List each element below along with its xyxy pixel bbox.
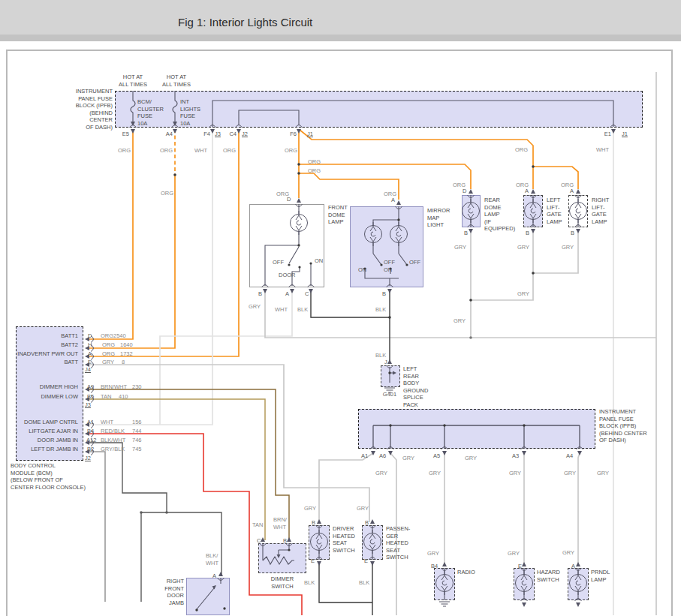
diagram-label: A1 [361, 452, 368, 460]
diagram-label: 745 [132, 446, 142, 453]
radio-box [434, 568, 455, 600]
diagram-label: HOT AT ALL TIMES [161, 74, 192, 88]
diagram-label: BATT [3, 359, 78, 366]
diagram-label: GRY [375, 470, 387, 477]
figure-title: Fig 1: Interior Lights Circuit [178, 16, 312, 29]
diagram-label: FRONT DOME LAMP [328, 204, 348, 226]
diagram-label: LEFT DR JAMB IN [3, 446, 78, 453]
diagram-label: J [384, 359, 387, 366]
diagram-label: DOME LAMP CNTRL [3, 419, 78, 426]
diagram-label: ON [315, 257, 323, 265]
diagram-label: E [518, 563, 522, 570]
diagram-label: 410 [119, 393, 128, 401]
dimmer-switch-box [258, 543, 306, 573]
diagram-label: B [571, 230, 574, 237]
diagram-label: J2 [85, 455, 91, 462]
diagram-label: E1 [598, 131, 611, 138]
diagram-label: WHT [101, 419, 113, 426]
diagram-label: GRY [465, 455, 477, 462]
diagram-label: A3 [512, 452, 519, 460]
left-liftgate-lamp-box [523, 195, 543, 227]
diagram-label: BLK [359, 579, 369, 587]
diagram-label: A [571, 563, 575, 570]
diagram-label: GRY [357, 505, 369, 512]
diagram-label: ORG [101, 332, 113, 340]
diagram-label: ORG [161, 190, 173, 197]
diagram-label: GRY [402, 455, 414, 462]
diagram-label: J2 [242, 131, 248, 138]
diagram-label: 156 [132, 419, 142, 426]
diagram-label: J3 [85, 401, 91, 409]
diagram-label: INADVERNT PWR OUT [3, 350, 78, 358]
diagram-label: C [257, 537, 261, 545]
diagram-label: BLK [304, 579, 315, 587]
diagram-label: ORG [223, 147, 236, 155]
diagram-label: D [88, 332, 92, 340]
diagram-label: ORG [160, 147, 173, 155]
diagram-label: WHT [275, 306, 288, 314]
diagram-label: A1 [87, 419, 94, 426]
diagram-label: E [364, 557, 368, 565]
diagram-label: A [88, 350, 92, 358]
diagram-label: D [463, 188, 466, 195]
diagram-label: OFF [409, 259, 420, 266]
diagram-label: INSTRUMENT PANEL FUSE BLOCK (IPFB) (BEHI… [66, 88, 113, 131]
diagram-label: 1640 [120, 341, 133, 349]
diagram-label: ON [358, 266, 366, 274]
diagram-label: GRY [508, 550, 520, 557]
diagram-label: BATT2 [3, 341, 78, 349]
diagram-label: BLK [375, 306, 386, 314]
diagram-label: B [312, 519, 315, 527]
diagram-label: B [382, 290, 386, 298]
diagram-label: RIGHT FRONT DOOR JAMB [154, 578, 184, 606]
diagram-label: E5 [114, 131, 129, 138]
diagram-label: 8 [122, 359, 125, 366]
diagram-label: WHT [596, 146, 609, 154]
diagram-label: GRY [564, 470, 576, 477]
diagram-label: HAZARD SWITCH [537, 569, 560, 583]
diagram-label: 744 [132, 428, 142, 435]
diagram-label: BLK/ WHT [206, 552, 218, 566]
diagram-label: BRN/WHT [101, 383, 127, 391]
diagram-label: REAR DOME LAMP (IF EQUIPPED) [484, 197, 515, 233]
diagram-label: BCM/ CLUSTER FUSE 10A [137, 98, 164, 127]
diagram-label: MIRROR MAP LIGHT [427, 207, 450, 229]
diagram-label: A [391, 197, 395, 204]
driver-seat-switch-box [309, 525, 330, 560]
diagram-label: DIMMER SWITCH [267, 575, 298, 590]
diagram-label: GRY [453, 317, 466, 325]
diagram-label: LEFT LIFT- GATE LAMP [547, 197, 562, 225]
diagram-label: B [464, 230, 468, 237]
diagram-label: DIMMER LOW [3, 393, 78, 401]
diagram-label: A6 [379, 452, 386, 460]
diagram-label: GRY [517, 290, 529, 298]
diagram-label: INSTRUMENT PANEL FUSE BLOCK (IPFB) (BEHI… [599, 408, 647, 444]
diagram-label: A4 [566, 452, 573, 460]
diagram-label: B [526, 230, 529, 237]
diagram-label: A5 [433, 452, 440, 460]
diagram-label: ON [384, 266, 392, 274]
diagram-label: D [287, 196, 291, 203]
diagram-label: ORG [308, 167, 321, 175]
diagram-label: DIMMER HIGH [3, 383, 78, 391]
figure-title-banner: Fig 1: Interior Lights Circuit [0, 0, 681, 41]
passenger-seat-switch-box [362, 525, 383, 560]
diagram-label: RADIO [457, 569, 475, 576]
diagram-label: WHT [194, 147, 207, 155]
diagram-label: B [283, 537, 287, 545]
diagram-label: RED/BLK [101, 428, 125, 435]
diagram-label: DOOR [279, 272, 296, 279]
diagram-label: BODY CONTROL MODULE (BCM) (BELOW FRONT O… [11, 462, 86, 491]
diagram-label: F4 [197, 131, 210, 138]
diagram-label: GRY/BLK [101, 446, 125, 453]
diagram-label: OFF [273, 259, 284, 266]
diagram-label: 746 [132, 437, 142, 444]
diagram-label: H [88, 341, 92, 349]
diagram-label: GRY [249, 303, 261, 311]
diagram-label: B4 [87, 428, 94, 435]
diagram-label: DOOR JAMB IN [3, 437, 78, 444]
diagram-label: GRY [102, 359, 114, 366]
diagram-label: GRY [597, 470, 609, 477]
diagram-label: ORG [285, 147, 297, 155]
diagram-label: HOT AT ALL TIMES [117, 74, 149, 88]
